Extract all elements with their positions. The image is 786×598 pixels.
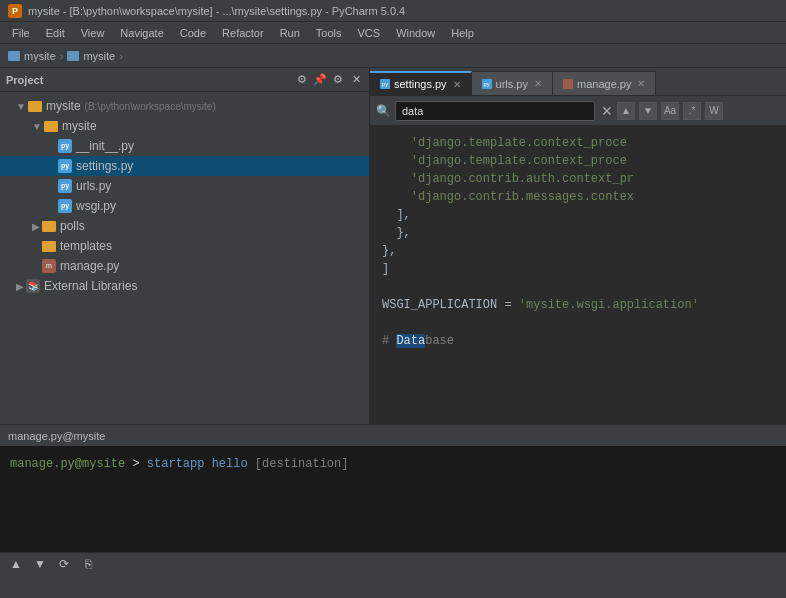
arrow-right-polls-icon xyxy=(32,221,40,232)
search-clear-button[interactable]: ✕ xyxy=(601,103,613,119)
menu-tools[interactable]: Tools xyxy=(308,25,350,41)
tab-manage-icon xyxy=(563,79,573,89)
terminal[interactable]: manage.py@mysite > startapp hello [desti… xyxy=(0,447,786,552)
tree-init-label: __init__.py xyxy=(76,139,134,153)
search-down-button[interactable]: ▼ xyxy=(639,102,657,120)
terminal-prompt-line: manage.py@mysite > startapp hello [desti… xyxy=(10,457,776,471)
tab-settings-icon: py xyxy=(380,79,390,89)
tab-urls-close[interactable]: ✕ xyxy=(534,78,542,89)
menu-bar: File Edit View Navigate Code Refactor Ru… xyxy=(0,22,786,44)
tab-urls-icon: py xyxy=(482,79,492,89)
py-file-icon2: py xyxy=(58,159,72,173)
toolbar-close-icon[interactable]: ✕ xyxy=(349,73,363,87)
menu-window[interactable]: Window xyxy=(388,25,443,41)
code-line-8: ] xyxy=(382,260,774,278)
search-up-button[interactable]: ▲ xyxy=(617,102,635,120)
terminal-arrow: > xyxy=(125,457,147,471)
toolbar-pin-icon[interactable]: 📌 xyxy=(313,73,327,87)
app-icon: P xyxy=(8,4,22,18)
nav-up-button[interactable]: ▲ xyxy=(8,556,24,572)
tab-manage-close[interactable]: ✕ xyxy=(637,78,645,89)
tree-external-libs[interactable]: 📚 External Libraries xyxy=(0,276,369,296)
code-line-1: 'django.template.context_proce xyxy=(382,134,774,152)
editor-content[interactable]: 'django.template.context_proce 'django.t… xyxy=(370,126,786,424)
menu-vcs[interactable]: VCS xyxy=(350,25,389,41)
tab-settings[interactable]: py settings.py ✕ xyxy=(370,71,472,95)
tree-root-path: (B:\python\workspace\mysite) xyxy=(85,101,216,112)
code-line-7: }, xyxy=(382,242,774,260)
tree-external-libs-label: External Libraries xyxy=(44,279,137,293)
tree-templates-folder[interactable]: templates xyxy=(0,236,369,256)
menu-help[interactable]: Help xyxy=(443,25,482,41)
tree-root-label: mysite xyxy=(46,99,81,113)
tab-urls[interactable]: py urls.py ✕ xyxy=(472,71,553,95)
breadcrumb-mysite2[interactable]: mysite xyxy=(83,50,115,62)
breadcrumb-mysite1[interactable]: mysite xyxy=(24,50,56,62)
py-file-icon3: py xyxy=(58,179,72,193)
folder-open-icon xyxy=(28,101,42,112)
toolbar-settings-icon[interactable]: ⚙ xyxy=(295,73,309,87)
tree-init-py[interactable]: py __init__.py xyxy=(0,136,369,156)
toolbar-icons: ⚙ 📌 ⚙ ✕ xyxy=(295,73,363,87)
search-word-button[interactable]: W xyxy=(705,102,723,120)
tree-mysite-folder[interactable]: mysite xyxy=(0,116,369,136)
menu-file[interactable]: File xyxy=(4,25,38,41)
tree-urls-py[interactable]: py urls.py xyxy=(0,176,369,196)
nav-down-button[interactable]: ▼ xyxy=(32,556,48,572)
project-label: Project xyxy=(6,74,295,86)
main-content: Project ⚙ 📌 ⚙ ✕ mysite (B:\python\worksp… xyxy=(0,68,786,424)
terminal-title: manage.py@mysite xyxy=(8,430,105,442)
tree-settings-py[interactable]: py settings.py xyxy=(0,156,369,176)
tree-root-mysite[interactable]: mysite (B:\python\workspace\mysite) xyxy=(0,96,369,116)
tab-settings-close[interactable]: ✕ xyxy=(453,79,461,90)
menu-run[interactable]: Run xyxy=(272,25,308,41)
tab-settings-label: settings.py xyxy=(394,78,447,90)
tree-manage-py[interactable]: m manage.py xyxy=(0,256,369,276)
menu-code[interactable]: Code xyxy=(172,25,214,41)
menu-view[interactable]: View xyxy=(73,25,113,41)
folder-templates-icon xyxy=(42,241,56,252)
file-tree: mysite (B:\python\workspace\mysite) mysi… xyxy=(0,92,369,424)
terminal-destination: [destination] xyxy=(255,457,349,471)
tree-templates-label: templates xyxy=(60,239,112,253)
breadcrumb-folder-icon xyxy=(8,51,20,61)
window-title: mysite - [B:\python\workspace\mysite] - … xyxy=(28,5,405,17)
search-icon: 🔍 xyxy=(376,104,391,118)
arrow-down-icon xyxy=(16,101,26,112)
tree-polls-folder[interactable]: polls xyxy=(0,216,369,236)
folder-polls-icon xyxy=(42,221,56,232)
left-panel: Project ⚙ 📌 ⚙ ✕ mysite (B:\python\worksp… xyxy=(0,68,370,424)
code-line-3: 'django.contrib.auth.context_pr xyxy=(382,170,774,188)
tab-manage[interactable]: manage.py ✕ xyxy=(553,71,656,95)
breadcrumb: mysite › mysite › xyxy=(8,50,127,62)
status-bar-top: manage.py@mysite xyxy=(0,425,786,447)
code-line-10: WSGI_APPLICATION = 'mysite.wsgi.applicat… xyxy=(382,296,774,314)
breadcrumb-bar: mysite › mysite › xyxy=(0,44,786,68)
nav-refresh-button[interactable]: ⟳ xyxy=(56,556,72,572)
tree-polls-label: polls xyxy=(60,219,85,233)
tab-bar: py settings.py ✕ py urls.py ✕ manage.py … xyxy=(370,68,786,96)
folder-mysite-icon xyxy=(44,121,58,132)
search-input[interactable] xyxy=(395,101,595,121)
menu-navigate[interactable]: Navigate xyxy=(112,25,171,41)
menu-refactor[interactable]: Refactor xyxy=(214,25,272,41)
search-match-case-button[interactable]: Aa xyxy=(661,102,679,120)
code-line-9 xyxy=(382,278,774,296)
menu-edit[interactable]: Edit xyxy=(38,25,73,41)
code-line-6: }, xyxy=(382,224,774,242)
tree-wsgi-label: wsgi.py xyxy=(76,199,116,213)
nav-copy-button[interactable]: ⎘ xyxy=(80,556,96,572)
arrow-right-ext-icon xyxy=(16,281,24,292)
search-regex-button[interactable]: .* xyxy=(683,102,701,120)
code-line-2: 'django.template.context_proce xyxy=(382,152,774,170)
bottom-nav: ▲ ▼ ⟳ ⎘ xyxy=(0,552,786,574)
bottom-area: manage.py@mysite manage.py@mysite > star… xyxy=(0,424,786,574)
tree-manage-label: manage.py xyxy=(60,259,119,273)
ext-lib-icon: 📚 xyxy=(26,279,40,293)
search-bar: 🔍 ✕ ▲ ▼ Aa .* W xyxy=(370,96,786,126)
tree-wsgi-py[interactable]: py wsgi.py xyxy=(0,196,369,216)
terminal-command: startapp hello xyxy=(147,457,248,471)
code-line-5: ], xyxy=(382,206,774,224)
tab-manage-label: manage.py xyxy=(577,78,631,90)
toolbar-gear-icon[interactable]: ⚙ xyxy=(331,73,345,87)
